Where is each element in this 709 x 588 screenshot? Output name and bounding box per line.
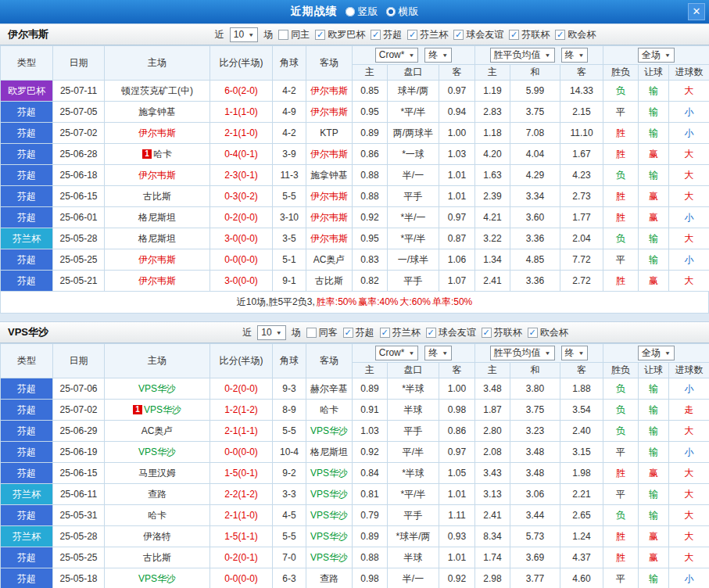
filter-checkbox[interactable]: ✓芬联杯	[509, 28, 550, 41]
handicap-cell: 半/一	[388, 165, 439, 186]
match-row: 芬超25-07-05施拿钟基1-1(1-0)4-9伊尔韦斯0.95*平/半0.9…	[1, 102, 709, 123]
recent-label: 近	[215, 28, 224, 41]
filter-checkbox[interactable]: ✓芬联杯	[482, 326, 522, 339]
home-team-cell: 伊洛特	[105, 526, 210, 547]
result-cell: 胜	[603, 526, 639, 547]
result-cell: 负	[603, 81, 639, 102]
filter-checkbox[interactable]: ✓芬兰杯	[407, 28, 448, 41]
match-row: 芬超25-06-18伊尔韦斯2-3(0-1)11-3施拿钟基0.88半/一1.0…	[1, 165, 709, 186]
layout-option[interactable]: 竖版	[346, 5, 378, 19]
filter-checkbox-label: 芬超	[356, 326, 374, 339]
odds-stage-select[interactable]: 终▼	[424, 48, 452, 63]
avg-away-cell: 1.98	[560, 463, 603, 484]
match-row: 芬超25-06-01格尼斯坦0-2(0-0)3-10伊尔韦斯0.92*半/一0.…	[1, 207, 709, 228]
layout-radio-group: 竖版横版	[338, 5, 419, 19]
home-team-cell: 1哈卡	[105, 144, 210, 165]
filter-checkbox[interactable]: ✓球会友谊	[426, 326, 476, 339]
result-cell: 胜	[603, 547, 639, 568]
radio-icon	[386, 7, 396, 16]
corners-cell: 3-3	[273, 484, 306, 505]
home-team-name: 顿涅茨克矿工(中)	[121, 85, 193, 96]
odds-company-select[interactable]: Crow*▼	[375, 346, 419, 360]
odds-stage-select[interactable]: 终▼	[424, 346, 452, 360]
goals-result-cell: 小	[669, 249, 709, 271]
away-odds-cell: 1.01	[439, 165, 475, 186]
column-subheader: 和	[510, 363, 560, 378]
avg-home-cell: 1.18	[475, 123, 510, 144]
home-odds-cell: 0.92	[353, 442, 388, 463]
away-odds-cell: 1.03	[439, 144, 475, 165]
filter-checkbox[interactable]: 同主	[278, 28, 310, 41]
recent-count-select[interactable]: 10▼	[257, 325, 285, 340]
away-team-cell: VPS华沙	[306, 463, 353, 484]
summary-text: 赢率:40%	[358, 296, 398, 309]
avg-odds-select[interactable]: 胜平负均值▼	[490, 48, 555, 63]
goals-result-cell: 走	[669, 400, 709, 421]
match-date-cell: 25-06-29	[53, 421, 105, 442]
filter-checkbox[interactable]: ✓芬超	[343, 326, 374, 339]
result-cell: 负	[603, 228, 639, 249]
home-team-name: AC奥卢	[141, 425, 174, 436]
avg-draw-cell: 3.80	[510, 378, 560, 400]
close-button[interactable]: ✕	[688, 3, 705, 20]
section-home-team: 伊尔韦斯近10▼场同主✓欧罗巴杯✓芬超✓芬兰杯✓球会友谊✓芬联杯✓欧会杯类型日期…	[0, 23, 709, 314]
leg-badge: 1	[133, 405, 142, 414]
goals-result-cell: 小	[669, 378, 709, 400]
scope-select[interactable]: 全场▼	[638, 48, 675, 63]
avg-draw-cell: 3.77	[510, 568, 560, 588]
home-team-cell: VPS华沙	[105, 442, 210, 463]
away-team-cell: 格尼斯坦	[306, 442, 353, 463]
odds-header-group: Crow*▼终▼	[353, 344, 475, 363]
away-odds-cell: 1.11	[439, 505, 475, 526]
recent-count-select[interactable]: 10▼	[230, 27, 258, 42]
layout-option[interactable]: 横版	[386, 5, 419, 19]
scope-select[interactable]: 全场▼	[638, 346, 675, 360]
match-date-cell: 25-06-15	[53, 186, 105, 207]
avg-home-cell: 8.34	[475, 526, 510, 547]
match-date-cell: 25-06-15	[53, 463, 105, 484]
results-table: 类型日期主场比分(半场)角球客场Crow*▼终▼胜平负均值▼终▼全场▼主盘口客主…	[0, 45, 709, 292]
filter-checkbox[interactable]: ✓球会友谊	[453, 28, 503, 41]
odds-company-select[interactable]: Crow*▼	[375, 48, 419, 63]
score-cell: 0-0(0-0)	[210, 249, 273, 271]
filter-checkbox[interactable]: ✓欧罗巴杯	[315, 28, 365, 41]
home-team-name: 伊尔韦斯	[138, 254, 176, 265]
filter-checkbox[interactable]: ✓欧会杯	[528, 326, 568, 339]
home-odds-cell: 0.89	[353, 526, 388, 547]
avg-odds-select[interactable]: 胜平负均值▼	[490, 346, 555, 360]
match-type-cell: 芬兰杯	[1, 228, 53, 249]
score-cell: 1-2(1-2)	[210, 400, 273, 421]
avg-away-cell: 1.67	[560, 144, 603, 165]
match-row: 芬超25-06-281哈卡0-4(0-1)3-9伊尔韦斯0.86*一球1.034…	[1, 144, 709, 165]
filter-checkbox[interactable]: 同客	[306, 326, 338, 339]
avg-home-cell: 4.21	[475, 207, 510, 228]
column-subheader: 客	[560, 363, 603, 378]
home-odds-cell: 0.88	[353, 165, 388, 186]
avg-away-cell: 11.10	[560, 123, 603, 144]
avg-stage-select[interactable]: 终▼	[561, 346, 589, 360]
away-odds-cell: 1.06	[439, 249, 475, 271]
match-type-cell: 芬兰杯	[1, 526, 53, 547]
goals-result-cell: 小	[669, 207, 709, 228]
away-team-cell: 伊尔韦斯	[306, 207, 353, 228]
filter-checkbox[interactable]: ✓芬超	[371, 28, 402, 41]
handicap-result-cell: 输	[639, 568, 669, 588]
filter-checkbox[interactable]: ✓欧会杯	[555, 28, 596, 41]
away-team-cell: 施拿钟基	[306, 165, 353, 186]
corners-cell: 5-5	[273, 186, 306, 207]
column-header: 日期	[53, 46, 105, 81]
avg-draw-cell: 3.48	[510, 463, 560, 484]
avg-stage-select[interactable]: 终▼	[561, 48, 589, 63]
chevron-down-icon: ▼	[276, 328, 282, 337]
checkbox-icon: ✓	[453, 30, 464, 40]
filter-checkbox[interactable]: ✓芬兰杯	[380, 326, 421, 339]
column-subheader: 进球数	[669, 65, 709, 81]
result-cell: 胜	[603, 271, 639, 292]
score-cell: 0-2(0-0)	[210, 378, 273, 400]
avg-home-cell: 2.41	[475, 505, 510, 526]
popup-titlebar: 近期战绩 竖版横版 ✕	[0, 0, 709, 23]
score-cell: 0-4(0-1)	[210, 144, 273, 165]
team-name: VPS华沙	[0, 325, 102, 339]
handicap-result-cell: 赢	[639, 144, 669, 165]
avg-draw-cell: 4.29	[510, 165, 560, 186]
